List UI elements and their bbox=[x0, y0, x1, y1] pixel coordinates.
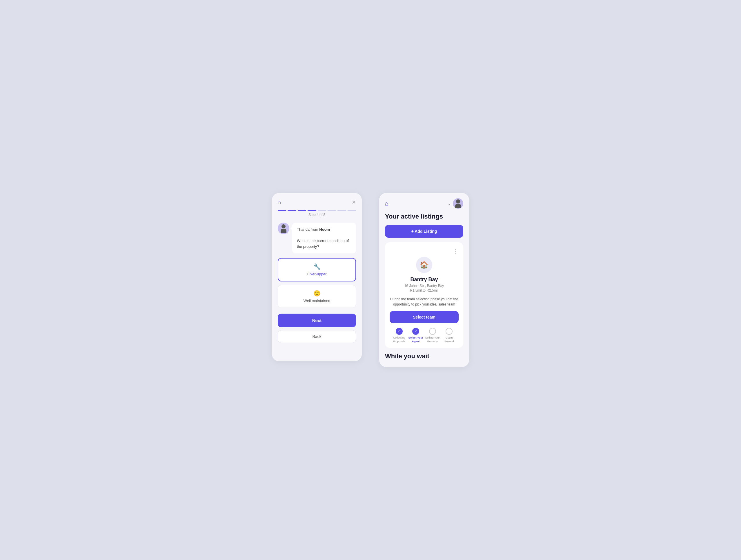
step-item-1: ✓Select Your Agent bbox=[408, 328, 424, 343]
progress-bar bbox=[278, 210, 356, 211]
step-label-0: Collecting Proposals bbox=[393, 336, 405, 343]
more-options-icon[interactable]: ⋮ bbox=[453, 248, 459, 255]
while-you-wait-title: While you wait bbox=[385, 352, 463, 360]
option-icon-0: 🔧 bbox=[314, 263, 321, 270]
select-team-button[interactable]: Select team bbox=[390, 311, 459, 323]
progress-segment-7 bbox=[337, 210, 346, 211]
avatar-head bbox=[281, 224, 285, 228]
progress-segment-4 bbox=[308, 210, 316, 211]
chat-section: Thanda from Hoom What is the current con… bbox=[278, 223, 356, 253]
step-item-3: Claim Reward bbox=[441, 328, 458, 343]
listing-icon-area: 🏠 bbox=[390, 257, 459, 273]
progress-segment-5 bbox=[318, 210, 326, 211]
right-header: ⌂ ⌄ bbox=[379, 193, 469, 213]
options-list: 🔧Fixer-upper🙂Well maintained bbox=[278, 258, 356, 308]
step-circle-0: ✓ bbox=[396, 328, 403, 335]
screens-container: ⌂ ✕ Step 4 of 8 Thanda from Hoom What is… bbox=[272, 193, 469, 367]
logo-icon: ⌂ bbox=[278, 199, 281, 206]
agent-avatar bbox=[278, 223, 289, 234]
option-label-1: Well maintained bbox=[304, 298, 330, 303]
agent-brand-text: Hoom bbox=[319, 227, 330, 231]
progress-segment-1 bbox=[278, 210, 286, 211]
progress-segment-3 bbox=[298, 210, 306, 211]
option-label-0: Fixer-upper bbox=[307, 272, 326, 276]
right-panel: ⌂ ⌄ Your active listings + Add Listing ⋮ bbox=[379, 193, 469, 367]
right-header-right: ⌄ bbox=[448, 198, 463, 209]
step-label-3: Claim Reward bbox=[441, 336, 458, 343]
listing-address: 16 Johna Str , Bantry Bay bbox=[390, 284, 459, 288]
close-button[interactable]: ✕ bbox=[352, 199, 356, 206]
next-button[interactable]: Next bbox=[278, 313, 356, 327]
agent-name-text: Thanda from bbox=[297, 227, 319, 231]
option-card-1[interactable]: 🙂Well maintained bbox=[278, 285, 356, 308]
step-label: Step 4 of 8 bbox=[278, 213, 356, 217]
right-logo-icon: ⌂ bbox=[385, 200, 389, 207]
progress-segment-6 bbox=[328, 210, 336, 211]
steps-row: ✓Collecting Proposals✓Select Your AgentS… bbox=[390, 328, 459, 343]
listing-home-icon: 🏠 bbox=[416, 257, 432, 273]
avatar-silhouette bbox=[281, 224, 286, 233]
step-label-2: Selling Your Property bbox=[425, 336, 440, 343]
progress-segment-8 bbox=[348, 210, 356, 211]
section-title: Your active listings bbox=[385, 213, 463, 220]
avatar-body bbox=[281, 229, 286, 233]
option-icon-1: 🙂 bbox=[314, 290, 321, 297]
user-avatar-body bbox=[455, 204, 461, 208]
progress-segment-2 bbox=[287, 210, 296, 211]
question-text: What is the current condition of the pro… bbox=[297, 238, 349, 249]
option-card-0[interactable]: 🔧Fixer-upper bbox=[278, 258, 356, 281]
step-label-1: Select Your Agent bbox=[408, 336, 423, 343]
listing-card-header: ⋮ bbox=[390, 248, 459, 255]
listing-description: During the team selection phase you get … bbox=[390, 296, 459, 307]
add-listing-button[interactable]: + Add Listing bbox=[385, 225, 463, 238]
step-circle-3 bbox=[446, 328, 453, 335]
chevron-down-icon[interactable]: ⌄ bbox=[448, 201, 451, 206]
user-avatar-silhouette bbox=[455, 199, 461, 208]
listing-title: Bantry Bay bbox=[390, 277, 459, 283]
while-you-wait-section: While you wait bbox=[379, 352, 469, 360]
back-button[interactable]: Back bbox=[278, 330, 356, 343]
step-circle-1: ✓ bbox=[412, 328, 419, 335]
step-circle-2 bbox=[429, 328, 436, 335]
left-panel: ⌂ ✕ Step 4 of 8 Thanda from Hoom What is… bbox=[272, 193, 362, 361]
user-avatar-head bbox=[456, 199, 460, 204]
step-item-0: ✓Collecting Proposals bbox=[391, 328, 408, 343]
panel-header: ⌂ ✕ bbox=[278, 199, 356, 206]
step-item-2: Selling Your Property bbox=[424, 328, 441, 343]
chat-bubble: Thanda from Hoom What is the current con… bbox=[292, 223, 356, 253]
listing-price: R1.5mil to R2.5mil bbox=[390, 288, 459, 292]
user-avatar[interactable] bbox=[453, 198, 463, 209]
right-content: Your active listings + Add Listing ⋮ 🏠 B… bbox=[379, 213, 469, 348]
listing-card: ⋮ 🏠 Bantry Bay 16 Johna Str , Bantry Bay… bbox=[385, 242, 463, 348]
